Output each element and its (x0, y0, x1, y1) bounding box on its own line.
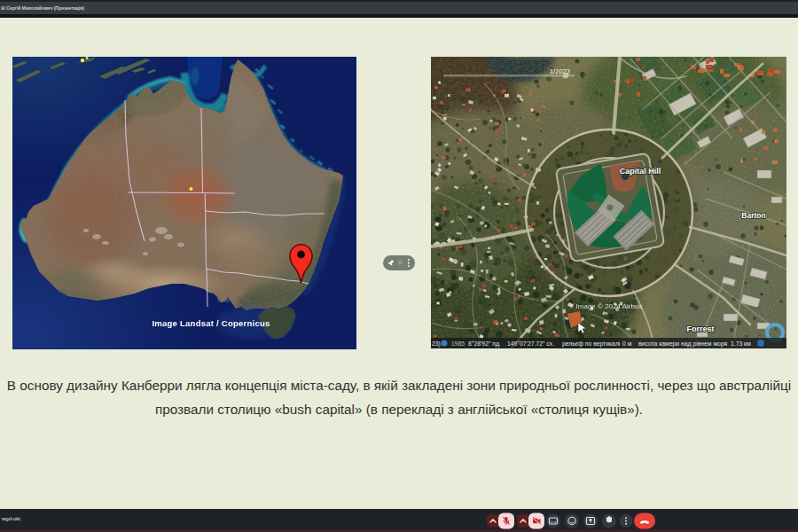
svg-text:23): 23) (432, 340, 441, 348)
svg-text:висота камери над рівнем моря: висота камери над рівнем моря (638, 340, 728, 348)
svg-text:149°07'27.72" сх.: 149°07'27.72" сх. (507, 340, 554, 347)
svg-text:1985: 1985 (451, 340, 465, 347)
svg-text:Barton: Barton (741, 211, 765, 220)
svg-text:8°28'92" пд.: 8°28'92" пд. (468, 340, 501, 348)
svg-text:1.73 км: 1.73 км (731, 340, 751, 347)
svg-text:Forrest: Forrest (686, 325, 714, 333)
svg-text:рельєф по вертикалі: рельєф по вертикалі (562, 340, 621, 348)
svg-text:Image Landsat / Copernicus: Image Landsat / Copernicus (152, 318, 270, 328)
svg-text:Capital Hill: Capital Hill (620, 167, 661, 176)
svg-text:Image © 2024 Airbus: Image © 2024 Airbus (576, 302, 643, 310)
svg-text:0 м: 0 м (622, 340, 632, 347)
